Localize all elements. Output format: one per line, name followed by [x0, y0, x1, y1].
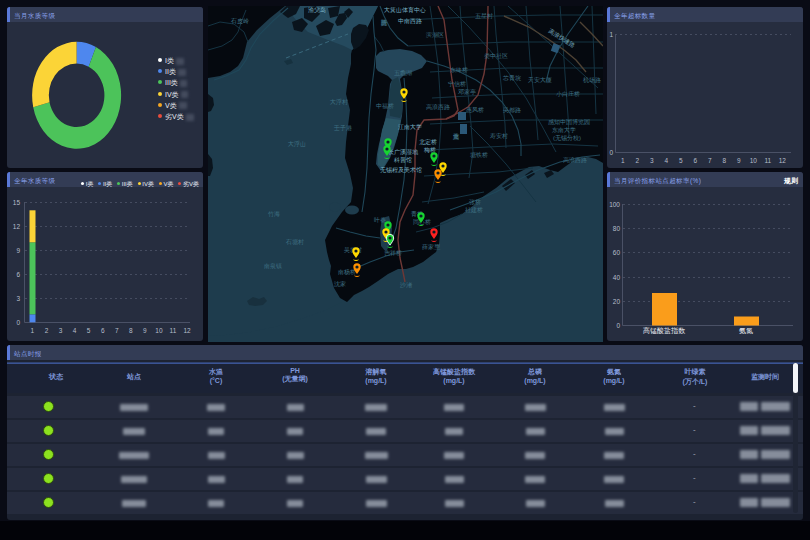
svg-text:中南西路: 中南西路	[398, 18, 422, 25]
svg-text:石皮岭: 石皮岭	[230, 17, 249, 25]
svg-text:吉祥桥: 吉祥桥	[384, 250, 402, 257]
svg-text:娄中社区: 娄中社区	[484, 52, 508, 59]
svg-text:3: 3	[16, 295, 20, 302]
svg-text:江南大学: 江南大学	[398, 123, 422, 130]
svg-text:沈家: 沈家	[334, 280, 346, 288]
svg-text:北定桥: 北定桥	[419, 138, 437, 146]
svg-text:壬子港: 壬子港	[334, 124, 352, 132]
svg-text:大浮山: 大浮山	[288, 140, 306, 147]
svg-text:6: 6	[16, 271, 20, 278]
svg-text:15: 15	[13, 199, 21, 206]
svg-text:10: 10	[750, 157, 758, 164]
svg-text:12: 12	[779, 157, 787, 164]
svg-text:塘铁桥: 塘铁桥	[470, 151, 488, 159]
svg-text:8: 8	[722, 157, 726, 164]
svg-text:长广溪湿地: 长广溪湿地	[388, 148, 419, 155]
svg-text:惠风桥: 惠风桥	[465, 107, 484, 113]
svg-text:9: 9	[143, 327, 147, 334]
svg-text:大浮村: 大浮村	[330, 98, 348, 106]
svg-text:0: 0	[609, 149, 613, 156]
svg-text:石塘村: 石塘村	[285, 238, 304, 246]
svg-text:吴都路: 吴都路	[503, 107, 521, 114]
svg-text:氨氮: 氨氮	[739, 327, 753, 335]
svg-text:邓家亭: 邓家亭	[458, 88, 476, 95]
svg-text:立信大道: 立信大道	[453, 133, 459, 140]
svg-text:南杨桥: 南杨桥	[338, 269, 356, 276]
svg-text:6: 6	[101, 327, 105, 334]
svg-text:12: 12	[13, 223, 21, 230]
svg-text:0: 0	[16, 319, 20, 326]
svg-text:8: 8	[129, 327, 133, 334]
svg-text:7: 7	[115, 327, 119, 334]
svg-text:100: 100	[609, 201, 620, 208]
svg-text:(无锡分校): (无锡分校)	[553, 134, 581, 142]
svg-text:60: 60	[613, 249, 621, 256]
svg-text:天安大厦: 天安大厦	[528, 76, 552, 84]
svg-text:1: 1	[609, 31, 613, 38]
svg-text:9: 9	[16, 247, 20, 254]
svg-text:7: 7	[708, 157, 712, 164]
svg-text:高锰酸盐指数: 高锰酸盐指数	[643, 327, 686, 335]
svg-text:2: 2	[45, 327, 49, 334]
svg-text:0: 0	[616, 322, 620, 329]
svg-text:东绛桥: 东绛桥	[450, 66, 468, 73]
svg-text:沙渚: 沙渚	[399, 282, 413, 289]
svg-text:叶巷: 叶巷	[374, 217, 386, 223]
svg-text:滨湖区: 滨湖区	[426, 31, 444, 38]
svg-text:寿安村: 寿安村	[489, 132, 508, 140]
svg-text:1: 1	[621, 157, 625, 164]
svg-text:南泉镇: 南泉镇	[264, 263, 282, 269]
svg-text:薛家里: 薛家里	[422, 243, 441, 250]
svg-text:机场路: 机场路	[583, 77, 601, 84]
svg-text:感知中国博览园: 感知中国博览园	[548, 119, 590, 126]
svg-text:中福桥: 中福桥	[376, 103, 394, 110]
svg-text:12: 12	[183, 327, 191, 334]
svg-text:社建桥: 社建桥	[465, 207, 483, 214]
svg-text:东南大学: 东南大学	[552, 126, 576, 133]
svg-text:小白庄桥: 小白庄桥	[556, 90, 580, 98]
svg-text:40: 40	[613, 274, 621, 281]
svg-text:1: 1	[31, 327, 35, 334]
svg-text:11: 11	[764, 157, 771, 164]
svg-text:5: 5	[679, 157, 683, 164]
svg-text:20: 20	[613, 298, 621, 305]
svg-text:4: 4	[664, 157, 668, 164]
svg-text:高浪西路: 高浪西路	[426, 103, 450, 111]
svg-text:80: 80	[613, 225, 621, 232]
svg-text:芯青垸: 芯青垸	[502, 74, 521, 82]
svg-text:张桥: 张桥	[469, 199, 481, 206]
svg-text:渔父岛: 渔父岛	[308, 7, 326, 13]
svg-text:3: 3	[650, 157, 654, 164]
svg-text:高浪西路: 高浪西路	[563, 156, 587, 164]
svg-text:五星村: 五星村	[475, 13, 493, 20]
svg-text:竹海: 竹海	[268, 211, 280, 217]
svg-text:4: 4	[73, 327, 77, 334]
svg-text:3: 3	[59, 327, 63, 334]
svg-text:6: 6	[693, 157, 697, 164]
svg-text:11: 11	[170, 327, 177, 334]
svg-text:五蠡湖: 五蠡湖	[394, 69, 412, 76]
svg-text:无锡程及美术馆: 无锡程及美术馆	[380, 166, 422, 174]
svg-text:宁信桥: 宁信桥	[448, 80, 466, 88]
svg-text:2: 2	[635, 157, 639, 164]
svg-text:5: 5	[87, 327, 91, 334]
svg-text:9: 9	[737, 157, 741, 164]
svg-text:科普馆: 科普馆	[394, 156, 412, 164]
svg-text:10: 10	[155, 327, 163, 334]
svg-text:大箕山体育中心: 大箕山体育中心	[384, 6, 426, 13]
